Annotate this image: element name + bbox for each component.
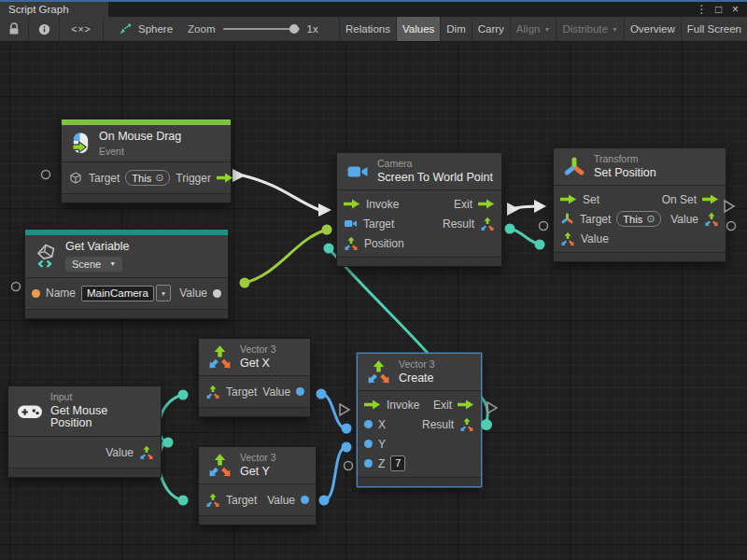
- window-close-icon[interactable]: ×: [728, 3, 742, 16]
- control-input-arrow-icon[interactable]: [364, 399, 381, 410]
- button-label: Distribute: [562, 23, 608, 35]
- port-label-position: Position: [364, 237, 404, 250]
- tab-label: Script Graph: [8, 4, 69, 15]
- tab-script-graph[interactable]: Script Graph: [0, 2, 108, 17]
- float-port-dot[interactable]: [364, 459, 373, 468]
- node-title: On Mouse Drag: [99, 131, 181, 144]
- node-titles: Vector 3 Create: [399, 359, 435, 385]
- variable-name-dropdown[interactable]: MainCamera ▼: [81, 285, 171, 301]
- gameobject-cube-icon[interactable]: [68, 171, 83, 186]
- node-screen-to-world-point[interactable]: Camera Screen To World Point Invoke Exit…: [336, 152, 502, 267]
- node-title: Get Y: [240, 466, 276, 479]
- float-port-dot[interactable]: [296, 387, 304, 396]
- vector3-port-icon[interactable]: [560, 231, 575, 246]
- node-title: Get Variable: [65, 241, 130, 254]
- port-rows: Value: [8, 437, 161, 468]
- node-get-variable[interactable]: Get Variable Scene ▼ Name MainCamera ▼: [24, 229, 229, 319]
- vector3-icon: [207, 453, 233, 478]
- node-footer: [358, 477, 481, 486]
- transform-port-icon[interactable]: [560, 212, 574, 226]
- port-rows: Target This ⊙ Trigger: [62, 162, 231, 193]
- chevron-down-icon: ▼: [109, 260, 116, 267]
- control-input-arrow-icon[interactable]: [344, 199, 360, 209]
- node-on-mouse-drag[interactable]: On Mouse Drag Event Target This ⊙ Trigge…: [61, 119, 232, 203]
- window-menu-icon[interactable]: ⋮: [695, 3, 709, 16]
- variable-scope-dropdown[interactable]: Scene ▼: [65, 257, 122, 272]
- node-titles: Camera Screen To World Point: [377, 159, 493, 184]
- target-this-chip[interactable]: This ⊙: [125, 170, 170, 186]
- port-row: X Result: [358, 414, 481, 434]
- vector3-port-icon[interactable]: [704, 212, 719, 227]
- port-row: Value: [554, 229, 726, 248]
- float-port-dot[interactable]: [364, 440, 373, 448]
- node-title: Get X: [240, 357, 276, 371]
- z-value-field[interactable]: 7: [390, 455, 405, 471]
- object-port-dot[interactable]: [213, 289, 221, 298]
- align-dropdown-button[interactable]: Align ▼: [510, 17, 557, 41]
- zoom-slider-handle[interactable]: [289, 24, 299, 34]
- button-label: Relations: [345, 23, 390, 35]
- this-value: This: [132, 173, 151, 184]
- window-controls: ⋮ □ ×: [695, 2, 747, 17]
- script-graph-window: On Mouse Drag Event Target This ⊙ Trigge…: [0, 0, 747, 560]
- vector3-port-icon[interactable]: [205, 493, 220, 508]
- control-output-arrow-icon[interactable]: [702, 194, 719, 204]
- node-set-position[interactable]: Transform Set Position Set On Set Target: [553, 147, 726, 262]
- port-right: Exit: [433, 399, 474, 412]
- string-port-dot[interactable]: [32, 289, 40, 298]
- vector3-port-icon[interactable]: [344, 236, 359, 251]
- distribute-dropdown-button[interactable]: Distribute ▼: [556, 17, 624, 41]
- node-category: Event: [99, 147, 181, 157]
- port-right: Exit: [454, 198, 495, 211]
- full-screen-button[interactable]: Full Screen: [681, 17, 747, 41]
- port-label-value-out: Value: [670, 213, 698, 226]
- port-label-trigger: Trigger: [176, 172, 211, 185]
- port-label-on-set: On Set: [662, 193, 697, 206]
- target-this-chip[interactable]: This ⊙: [616, 211, 661, 227]
- breadcrumb[interactable]: Sphere: [104, 17, 180, 41]
- node-get-mouse-position[interactable]: Input Get Mouse Position Value: [7, 385, 162, 478]
- carry-button[interactable]: Carry: [472, 17, 510, 41]
- port-label-exit: Exit: [454, 198, 472, 211]
- port-right: Result: [422, 417, 474, 432]
- camera-port-icon[interactable]: [344, 217, 358, 231]
- transform-icon: [562, 155, 586, 179]
- node-category: Vector 3: [240, 453, 276, 463]
- chevron-down-icon[interactable]: ▼: [156, 285, 171, 301]
- port-row: Target Value: [199, 488, 316, 511]
- vector3-port-icon[interactable]: [459, 417, 474, 432]
- relations-button[interactable]: Relations: [339, 17, 396, 41]
- lock-button[interactable]: [0, 17, 29, 41]
- zoom-slider-track[interactable]: [223, 28, 300, 30]
- vector3-port-icon[interactable]: [139, 445, 154, 460]
- vector3-port-icon[interactable]: [205, 385, 220, 399]
- overview-button[interactable]: Overview: [624, 17, 681, 41]
- port-row: Value: [8, 441, 161, 464]
- node-titles: Transform Set Position: [594, 154, 656, 179]
- window-maximize-icon[interactable]: □: [712, 3, 726, 16]
- control-output-arrow-icon[interactable]: [478, 199, 495, 209]
- vector3-port-icon[interactable]: [480, 217, 495, 231]
- dim-button[interactable]: Dim: [440, 17, 471, 41]
- port-row: Y: [358, 434, 481, 454]
- node-footer: [199, 515, 316, 525]
- zoom-slider[interactable]: [223, 17, 300, 41]
- control-output-arrow-icon[interactable]: [217, 173, 233, 183]
- port-row: Name MainCamera ▼ Value: [25, 282, 228, 305]
- code-glyph: <×>: [71, 23, 91, 35]
- node-header: Transform Set Position: [554, 148, 726, 186]
- inspect-button[interactable]: [29, 17, 60, 41]
- node-vector3-create[interactable]: Vector 3 Create Invoke Exit X: [357, 353, 482, 487]
- code-preview-button[interactable]: <×>: [60, 17, 104, 41]
- node-get-x[interactable]: Vector 3 Get X Target Value: [198, 338, 311, 417]
- float-port-dot[interactable]: [364, 420, 373, 428]
- node-get-y[interactable]: Vector 3 Get Y Target Value: [198, 446, 317, 525]
- float-port-dot[interactable]: [301, 496, 309, 504]
- values-button[interactable]: Values: [396, 17, 440, 41]
- port-row: Z 7: [358, 454, 481, 473]
- scope-value: Scene: [72, 259, 101, 270]
- variables-icon: [34, 244, 58, 268]
- control-output-arrow-icon[interactable]: [458, 399, 474, 410]
- port-label-value: Value: [179, 287, 207, 300]
- control-input-arrow-icon[interactable]: [560, 194, 577, 204]
